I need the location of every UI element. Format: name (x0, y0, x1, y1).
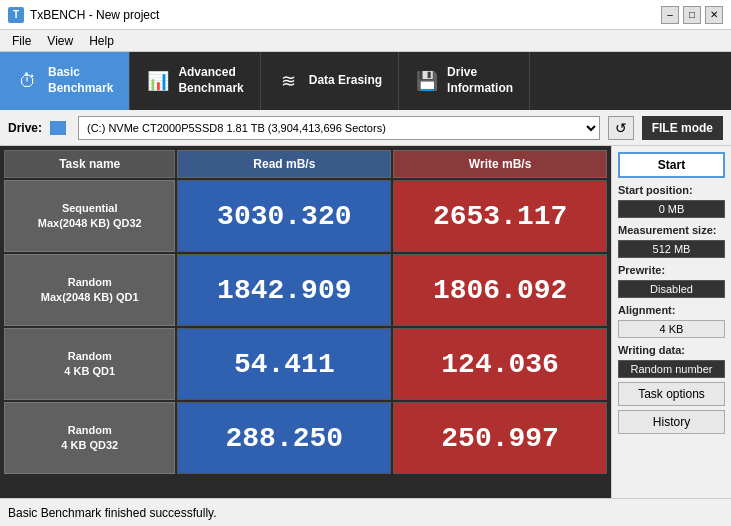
bench-header: Task name Read mB/s Write mB/s (4, 150, 607, 178)
file-mode-button[interactable]: FILE mode (642, 116, 723, 140)
menu-file[interactable]: File (4, 32, 39, 50)
row-0-write: 2653.117 (393, 180, 607, 252)
bench-row-0: SequentialMax(2048 KB) QD32 3030.320 265… (4, 180, 607, 252)
row-1-read: 1842.909 (177, 254, 391, 326)
advanced-benchmark-icon: 📊 (146, 69, 170, 93)
menu-view[interactable]: View (39, 32, 81, 50)
app-icon: T (8, 7, 24, 23)
drive-select[interactable]: (C:) NVMe CT2000P5SSD8 1.81 TB (3,904,41… (78, 116, 600, 140)
tab-erasing-label: Data Erasing (309, 73, 382, 89)
row-0-label: SequentialMax(2048 KB) QD32 (4, 180, 175, 252)
window-controls: – □ ✕ (661, 6, 723, 24)
alignment-label: Alignment: (618, 304, 725, 316)
tab-advanced-label: AdvancedBenchmark (178, 65, 243, 96)
tab-data-erasing[interactable]: ≋ Data Erasing (261, 52, 399, 110)
history-button[interactable]: History (618, 410, 725, 434)
drive-info-icon: 💾 (415, 69, 439, 93)
tab-basic-benchmark[interactable]: ⏱ BasicBenchmark (0, 52, 130, 110)
bench-row-1: RandomMax(2048 KB) QD1 1842.909 1806.092 (4, 254, 607, 326)
app-title: TxBENCH - New project (30, 8, 661, 22)
data-erasing-icon: ≋ (277, 69, 301, 93)
row-3-label: Random4 KB QD32 (4, 402, 175, 474)
measurement-size-value: 512 MB (618, 240, 725, 258)
restore-button[interactable]: □ (683, 6, 701, 24)
tab-drive-information[interactable]: 💾 DriveInformation (399, 52, 530, 110)
row-1-write: 1806.092 (393, 254, 607, 326)
menu-help[interactable]: Help (81, 32, 122, 50)
tab-bar: ⏱ BasicBenchmark 📊 AdvancedBenchmark ≋ D… (0, 52, 731, 110)
alignment-value: 4 KB (618, 320, 725, 338)
drive-row: Drive: (C:) NVMe CT2000P5SSD8 1.81 TB (3… (0, 110, 731, 146)
right-panel: Start Start position: 0 MB Measurement s… (611, 146, 731, 498)
drive-type-icon (50, 121, 66, 135)
status-text: Basic Benchmark finished successfully. (8, 506, 217, 520)
row-2-write: 124.036 (393, 328, 607, 400)
prewrite-value: Disabled (618, 280, 725, 298)
tab-advanced-benchmark[interactable]: 📊 AdvancedBenchmark (130, 52, 260, 110)
basic-benchmark-icon: ⏱ (16, 69, 40, 93)
drive-label: Drive: (8, 121, 42, 135)
status-bar: Basic Benchmark finished successfully. (0, 498, 731, 526)
col-header-read: Read mB/s (177, 150, 391, 178)
row-3-write: 250.997 (393, 402, 607, 474)
prewrite-label: Prewrite: (618, 264, 725, 276)
close-button[interactable]: ✕ (705, 6, 723, 24)
col-header-task: Task name (4, 150, 175, 178)
row-2-label: Random4 KB QD1 (4, 328, 175, 400)
tab-drive-label: DriveInformation (447, 65, 513, 96)
row-1-label: RandomMax(2048 KB) QD1 (4, 254, 175, 326)
writing-data-label: Writing data: (618, 344, 725, 356)
bench-row-3: Random4 KB QD32 288.250 250.997 (4, 402, 607, 474)
start-position-value: 0 MB (618, 200, 725, 218)
writing-data-value: Random number (618, 360, 725, 378)
col-header-write: Write mB/s (393, 150, 607, 178)
bench-row-2: Random4 KB QD1 54.411 124.036 (4, 328, 607, 400)
menu-bar: File View Help (0, 30, 731, 52)
minimize-button[interactable]: – (661, 6, 679, 24)
main-content: Task name Read mB/s Write mB/s Sequentia… (0, 146, 731, 498)
tab-basic-label: BasicBenchmark (48, 65, 113, 96)
benchmark-area: Task name Read mB/s Write mB/s Sequentia… (0, 146, 611, 498)
title-bar: T TxBENCH - New project – □ ✕ (0, 0, 731, 30)
row-0-read: 3030.320 (177, 180, 391, 252)
start-position-label: Start position: (618, 184, 725, 196)
row-3-read: 288.250 (177, 402, 391, 474)
measurement-size-label: Measurement size: (618, 224, 725, 236)
drive-refresh-button[interactable]: ↺ (608, 116, 634, 140)
row-2-read: 54.411 (177, 328, 391, 400)
task-options-button[interactable]: Task options (618, 382, 725, 406)
start-button[interactable]: Start (618, 152, 725, 178)
